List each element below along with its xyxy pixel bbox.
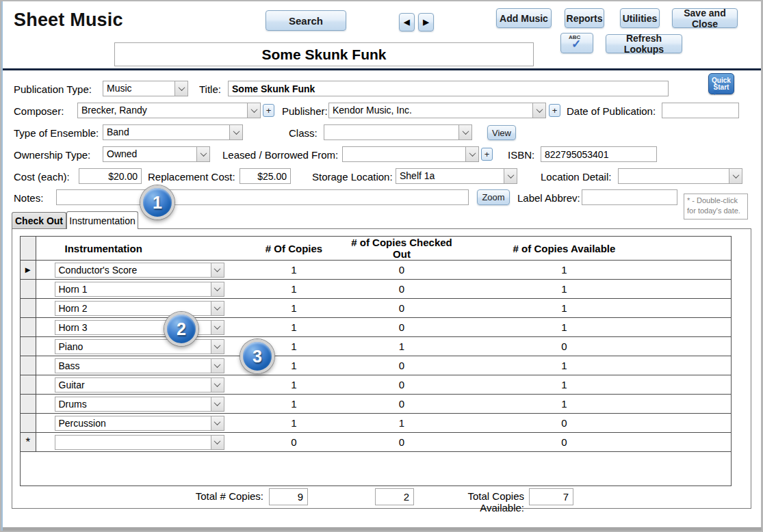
copies-cell[interactable]: 1 bbox=[244, 395, 344, 414]
row-filler bbox=[669, 375, 731, 395]
cost-each-label: Cost (each): bbox=[14, 171, 70, 183]
record-selector[interactable]: ► bbox=[21, 261, 36, 280]
save-and-close-button[interactable]: Save and Close bbox=[672, 8, 738, 28]
instrument-combo[interactable]: Piano bbox=[55, 339, 224, 354]
checked-out-cell: 0 bbox=[344, 280, 460, 299]
chevron-down-icon bbox=[211, 416, 224, 430]
tab-check-out[interactable]: Check Out bbox=[12, 212, 66, 229]
chevron-down-icon bbox=[211, 282, 224, 296]
row-filler bbox=[669, 433, 731, 452]
leased-borrowed-from-combo[interactable] bbox=[342, 146, 479, 162]
instrument-combo[interactable]: Bass bbox=[55, 358, 224, 373]
chevron-down-icon bbox=[532, 103, 545, 118]
checked-out-cell: 0 bbox=[344, 261, 460, 280]
record-selector[interactable] bbox=[21, 375, 36, 395]
copies-cell[interactable]: 1 bbox=[244, 261, 344, 280]
replacement-cost-label: Replacement Cost: bbox=[148, 171, 235, 183]
record-selector[interactable] bbox=[21, 299, 36, 318]
spellcheck-button[interactable]: ABC ✓ bbox=[560, 33, 593, 53]
zoom-button[interactable]: Zoom bbox=[477, 189, 510, 205]
record-selector[interactable]: * bbox=[21, 433, 36, 452]
spellcheck-icon: ABC ✓ bbox=[569, 36, 585, 51]
publisher-combo[interactable]: Kendor Music, Inc. bbox=[328, 103, 546, 118]
grid-row: Guitar 1 0 1 bbox=[21, 375, 731, 395]
record-selector-icon: ► bbox=[23, 265, 32, 275]
record-selector[interactable] bbox=[21, 337, 36, 356]
class-combo[interactable] bbox=[324, 124, 472, 140]
class-label: Class: bbox=[289, 127, 318, 139]
grid-row: Horn 2 1 0 1 bbox=[21, 299, 731, 318]
chevron-down-icon bbox=[211, 340, 224, 354]
copies-cell[interactable]: 1 bbox=[244, 299, 344, 318]
type-of-ensemble-combo[interactable]: Band bbox=[103, 124, 243, 140]
instrument-combo[interactable]: Guitar bbox=[55, 377, 224, 393]
row-filler bbox=[669, 299, 731, 318]
quick-start-icon[interactable]: Quick Start bbox=[708, 73, 734, 94]
storage-location-combo[interactable]: Shelf 1a bbox=[396, 168, 517, 184]
copies-cell[interactable]: 0 bbox=[244, 433, 344, 452]
instrument-combo[interactable] bbox=[55, 435, 224, 450]
tab-instrumentation[interactable]: Instrumentation bbox=[66, 211, 138, 229]
available-cell: 1 bbox=[460, 261, 669, 280]
row-filler bbox=[669, 261, 731, 280]
nav-previous-button[interactable]: ◀ bbox=[399, 13, 415, 31]
record-selector[interactable] bbox=[21, 280, 36, 299]
notes-input[interactable] bbox=[56, 189, 469, 205]
instrument-combo-value: Drums bbox=[55, 397, 211, 411]
column-header-copies: # Of Copies bbox=[244, 237, 344, 261]
grid-body: ► Conductor's Score 1 0 1 Horn 1 1 0 1 H bbox=[21, 261, 731, 452]
chevron-down-icon bbox=[465, 147, 478, 161]
publication-type-combo[interactable]: Music bbox=[103, 81, 188, 96]
add-lender-button[interactable]: + bbox=[481, 148, 493, 161]
add-publisher-button[interactable]: + bbox=[549, 104, 560, 117]
nav-next-button[interactable]: ▶ bbox=[418, 13, 434, 31]
instrumentation-grid: Instrumentation # Of Copies # of Copies … bbox=[20, 236, 732, 486]
type-of-ensemble-label: Type of Ensemble: bbox=[14, 127, 99, 139]
record-title-banner: Some Skunk Funk bbox=[114, 42, 534, 66]
instrument-combo-value: Percussion bbox=[55, 416, 211, 430]
location-detail-label: Location Detail: bbox=[541, 171, 611, 183]
cost-each-input[interactable] bbox=[79, 168, 142, 184]
record-selector[interactable] bbox=[21, 356, 36, 375]
instrument-combo[interactable]: Drums bbox=[55, 397, 224, 412]
copies-cell[interactable]: 1 bbox=[244, 280, 344, 299]
grid-row: Bass 1 0 1 bbox=[21, 356, 731, 375]
add-composer-button[interactable]: + bbox=[263, 104, 274, 117]
record-selector[interactable] bbox=[21, 318, 36, 337]
reports-button[interactable]: Reports bbox=[565, 8, 604, 28]
available-cell: 1 bbox=[460, 356, 669, 375]
label-abbrev-input[interactable] bbox=[582, 189, 677, 205]
search-button[interactable]: Search bbox=[266, 10, 346, 31]
replacement-cost-input[interactable] bbox=[240, 168, 291, 184]
instrument-combo[interactable]: Conductor's Score bbox=[55, 263, 224, 278]
instrument-combo[interactable]: Horn 1 bbox=[55, 282, 224, 297]
refresh-lookups-button[interactable]: Refresh Lookups bbox=[606, 34, 682, 53]
ownership-type-combo[interactable]: Owned bbox=[103, 146, 210, 162]
isbn-input[interactable] bbox=[541, 146, 657, 162]
instrument-combo[interactable]: Percussion bbox=[55, 416, 224, 431]
chevron-down-icon bbox=[247, 103, 260, 118]
chevron-down-icon bbox=[211, 397, 224, 411]
chevron-down-icon bbox=[211, 436, 224, 449]
publication-type-label: Publication Type: bbox=[14, 83, 92, 95]
title-input[interactable] bbox=[228, 81, 669, 96]
add-music-button[interactable]: Add Music bbox=[496, 8, 552, 28]
utilities-button[interactable]: Utilities bbox=[620, 8, 660, 28]
grid-row: Horn 1 1 0 1 bbox=[21, 280, 731, 299]
view-button[interactable]: View bbox=[487, 125, 516, 140]
instrument-combo[interactable]: Horn 3 bbox=[55, 320, 224, 335]
instrument-combo[interactable]: Horn 2 bbox=[55, 301, 224, 316]
available-cell: 1 bbox=[460, 318, 669, 337]
composer-label: Composer: bbox=[14, 105, 64, 117]
grid-row: Horn 3 1 0 1 bbox=[21, 318, 731, 337]
column-header-instrumentation: Instrumentation bbox=[36, 237, 244, 261]
copies-cell[interactable]: 1 bbox=[244, 375, 344, 395]
composer-combo[interactable]: Brecker, Randy bbox=[77, 103, 261, 118]
copies-cell[interactable]: 1 bbox=[244, 414, 344, 433]
total-copies-label: Total # Copies: bbox=[127, 490, 263, 502]
copies-cell[interactable]: 1 bbox=[244, 318, 344, 337]
record-selector[interactable] bbox=[21, 395, 36, 414]
date-of-publication-input[interactable] bbox=[662, 103, 739, 118]
record-selector[interactable] bbox=[21, 414, 36, 433]
location-detail-combo[interactable] bbox=[618, 168, 742, 184]
